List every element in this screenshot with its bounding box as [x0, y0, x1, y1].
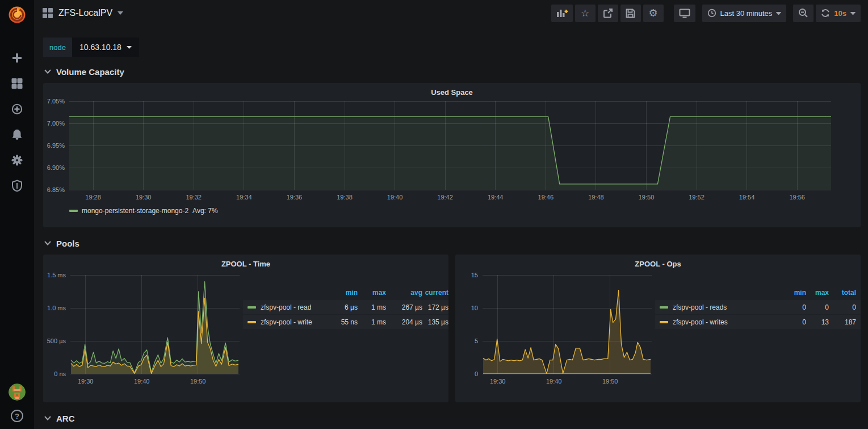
save-icon	[626, 9, 635, 18]
add-panel-button[interactable]	[551, 5, 573, 22]
stat-max: 1 ms	[358, 303, 386, 311]
create-icon[interactable]	[11, 52, 23, 64]
stat-min: 55 ns	[322, 318, 358, 326]
zpool-ops-graph[interactable]: 15105019:3019:4019:50	[455, 268, 655, 390]
series-name[interactable]: zfspv-pool - read	[261, 303, 311, 311]
svg-text:19:52: 19:52	[689, 194, 705, 201]
dashboard-title: ZFS-LocalPV	[58, 8, 112, 18]
dashboards-icon[interactable]	[11, 78, 23, 89]
section-volume-capacity[interactable]: Volume Capacity	[44, 65, 861, 78]
zpool-ops-panel: ZPOOL - Ops 15105019:3019:4019:50 min ma…	[455, 255, 861, 402]
svg-text:10: 10	[471, 305, 478, 311]
svg-text:19:56: 19:56	[789, 194, 805, 201]
svg-text:5: 5	[475, 338, 478, 344]
legend-col-total[interactable]: total	[829, 289, 856, 297]
legend-col-min[interactable]: min	[774, 289, 806, 297]
panel-title-zpool-time[interactable]: ZPOOL - Time	[43, 255, 448, 268]
svg-text:19:32: 19:32	[186, 194, 202, 201]
svg-text:19:28: 19:28	[85, 194, 101, 201]
share-icon	[603, 8, 613, 18]
legend-col-max[interactable]: max	[806, 289, 829, 297]
clock-icon	[707, 9, 716, 18]
refresh-button[interactable]: 10s	[816, 5, 861, 22]
series-swatch	[248, 321, 256, 323]
refresh-interval-label: 10s	[834, 9, 846, 18]
svg-text:19:40: 19:40	[546, 378, 562, 385]
legend-row-writes: zfspv-pool - writes 0 13 187	[655, 315, 861, 329]
stat-max: 0	[806, 303, 829, 311]
panel-title-used-space[interactable]: Used Space	[43, 83, 861, 97]
used-space-graph[interactable]: 7.05%7.00%6.95%6.90%6.85%19:2819:3019:32…	[43, 97, 852, 205]
zpool-time-graph[interactable]: 1.5 ms1.0 ms500 µs0 ns19:3019:4019:50	[43, 268, 243, 390]
section-pools[interactable]: Pools	[44, 236, 861, 250]
explore-icon[interactable]	[11, 103, 23, 115]
zoom-out-button[interactable]	[793, 5, 814, 22]
legend-col-max[interactable]: max	[358, 289, 386, 297]
main-area: ZFS-LocalPV ☆ ⚙	[34, 0, 868, 429]
tv-monitor-icon	[679, 9, 690, 18]
svg-text:19:30: 19:30	[136, 194, 152, 201]
series-name[interactable]: zfspv-pool - writes	[673, 318, 728, 326]
svg-text:0: 0	[475, 370, 478, 377]
used-space-legend: mongo-persistent-storage-mongo-2 Avg: 7%	[43, 207, 861, 215]
svg-text:19:54: 19:54	[739, 194, 755, 201]
chevron-down-icon	[850, 12, 856, 15]
save-button[interactable]	[620, 5, 641, 22]
series-swatch	[660, 321, 668, 323]
svg-text:0 ns: 0 ns	[54, 370, 66, 377]
legend-col-current[interactable]: current	[422, 289, 448, 297]
svg-text:1.5 ms: 1.5 ms	[47, 272, 66, 278]
help-icon[interactable]: ?	[11, 410, 23, 422]
svg-text:19:50: 19:50	[190, 378, 206, 385]
server-admin-icon[interactable]	[11, 180, 23, 191]
legend-row-reads: zfspv-pool - reads 0 0 0	[655, 300, 861, 314]
zpool-ops-legend-table: min max total zfspv-pool - reads 0 0 0 z…	[655, 285, 861, 390]
svg-text:19:42: 19:42	[437, 194, 453, 201]
legend-col-min[interactable]: min	[322, 289, 358, 297]
top-navbar: ZFS-LocalPV ☆ ⚙	[34, 0, 868, 26]
stat-min: 6 µs	[322, 303, 358, 311]
legend-col-avg[interactable]: avg	[386, 289, 422, 297]
time-range-picker[interactable]: Last 30 minutes	[702, 5, 787, 22]
series-swatch	[248, 306, 256, 309]
svg-text:1.0 ms: 1.0 ms	[47, 305, 66, 311]
dashboard-settings-button[interactable]: ⚙	[643, 5, 664, 22]
series-swatch	[69, 210, 78, 212]
sidebar: ?	[0, 0, 34, 429]
dashboard-title-button[interactable]: ZFS-LocalPV	[42, 7, 123, 19]
section-arc[interactable]: ARC	[44, 411, 861, 425]
user-avatar[interactable]	[9, 384, 26, 401]
series-name[interactable]: zfspv-pool - write	[261, 318, 312, 326]
star-button[interactable]: ☆	[575, 5, 596, 22]
panel-title-zpool-ops[interactable]: ZPOOL - Ops	[455, 255, 861, 268]
series-name[interactable]: zfspv-pool - reads	[673, 303, 727, 311]
legend-row-read: zfspv-pool - read 6 µs 1 ms 267 µs 172 µ…	[243, 300, 448, 314]
alerting-icon[interactable]	[11, 129, 23, 140]
configuration-icon[interactable]	[11, 155, 23, 166]
svg-text:19:30: 19:30	[490, 378, 506, 385]
cycle-view-button[interactable]	[674, 5, 695, 22]
node-variable-value: 10.63.10.18	[79, 43, 121, 52]
stat-max: 1 ms	[358, 318, 386, 326]
svg-text:19:46: 19:46	[538, 194, 554, 201]
refresh-icon	[821, 9, 830, 18]
legend-row-write: zfspv-pool - write 55 ns 1 ms 204 µs 135…	[243, 315, 448, 329]
svg-text:6.90%: 6.90%	[47, 164, 65, 171]
node-variable-label: node	[43, 38, 72, 57]
chevron-down-icon	[118, 11, 123, 15]
grafana-logo[interactable]	[0, 0, 34, 30]
zpool-time-panel: ZPOOL - Time 1.5 ms1.0 ms500 µs0 ns19:30…	[43, 255, 448, 402]
plus-badge-icon	[564, 10, 568, 14]
series-name[interactable]: mongo-persistent-storage-mongo-2	[82, 207, 188, 215]
svg-text:7.00%: 7.00%	[47, 120, 65, 127]
node-variable-dropdown[interactable]: node 10.63.10.18	[43, 38, 139, 57]
series-swatch	[660, 306, 668, 309]
chevron-down-icon	[44, 241, 51, 245]
share-button[interactable]	[598, 5, 618, 22]
chevron-down-icon	[776, 12, 781, 15]
time-range-label: Last 30 minutes	[720, 9, 773, 18]
stat-min: 0	[774, 318, 806, 326]
series-avg: Avg: 7%	[192, 207, 217, 215]
chevron-down-icon	[127, 46, 132, 49]
svg-text:19:34: 19:34	[236, 194, 252, 201]
